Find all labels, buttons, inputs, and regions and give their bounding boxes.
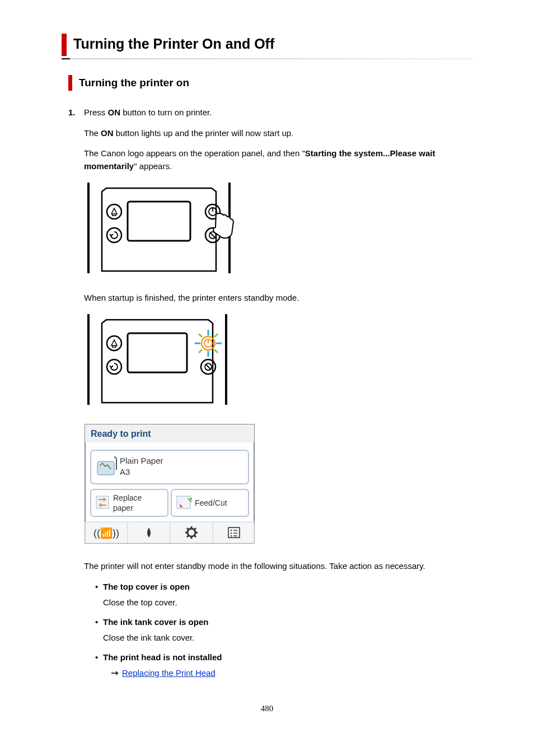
svg-line-38	[194, 528, 196, 530]
svg-line-14	[205, 364, 211, 370]
svg-point-1	[107, 204, 121, 219]
feed-cut-label: Feed/Cut	[195, 498, 227, 507]
paragraph: The printer will not enter standby mode …	[84, 560, 472, 573]
svg-rect-0	[128, 202, 190, 241]
replace-paper-label: Replace	[113, 493, 142, 502]
svg-rect-25	[177, 496, 190, 508]
list-item: The top cover is open Close the top cove…	[95, 581, 472, 609]
svg-rect-23	[96, 496, 109, 508]
paragraph: The Canon logo appears on the operation …	[84, 147, 472, 172]
svg-point-2	[107, 228, 121, 242]
status-text: Ready to print	[91, 429, 151, 438]
arrow-icon	[111, 670, 119, 676]
step-number: 1.	[68, 106, 76, 119]
figure-press-on	[84, 180, 472, 279]
svg-point-43	[231, 532, 232, 533]
list-item: The print head is not installed Replacin…	[95, 651, 472, 680]
svg-rect-9	[128, 333, 187, 372]
svg-line-8	[210, 232, 216, 238]
svg-rect-20	[97, 461, 114, 475]
svg-point-39	[190, 531, 193, 534]
svg-point-41	[231, 529, 232, 530]
list-item: The ink tank cover is open Close the ink…	[95, 616, 472, 645]
wifi-icon: ((📶))	[93, 527, 119, 539]
paragraph: The ON button lights up and the printer …	[84, 127, 472, 140]
paper-type: Plain Paper	[120, 456, 163, 465]
step-title: Press ON button to turn on printer.	[84, 108, 212, 117]
svg-line-35	[187, 528, 189, 530]
svg-point-11	[107, 360, 121, 374]
svg-point-45	[231, 535, 232, 536]
section-heading: Turning the printer on	[79, 75, 472, 91]
paper-size: A3	[120, 467, 130, 477]
page-number: 480	[62, 702, 472, 715]
svg-text:paper: paper	[113, 503, 133, 512]
svg-point-10	[107, 336, 121, 351]
page-title: Turning the Printer On and Off	[73, 34, 472, 56]
figure-ready-screen: Ready to print Plain Paper A3 Replace	[84, 423, 472, 548]
paragraph: When startup is finished, the printer en…	[84, 292, 472, 305]
svg-line-37	[187, 535, 189, 537]
svg-line-36	[194, 535, 196, 537]
title-underline	[62, 58, 472, 59]
link-replacing-print-head[interactable]: Replacing the Print Head	[122, 667, 216, 680]
gear-icon	[185, 526, 198, 539]
figure-standby-panel	[84, 312, 472, 411]
